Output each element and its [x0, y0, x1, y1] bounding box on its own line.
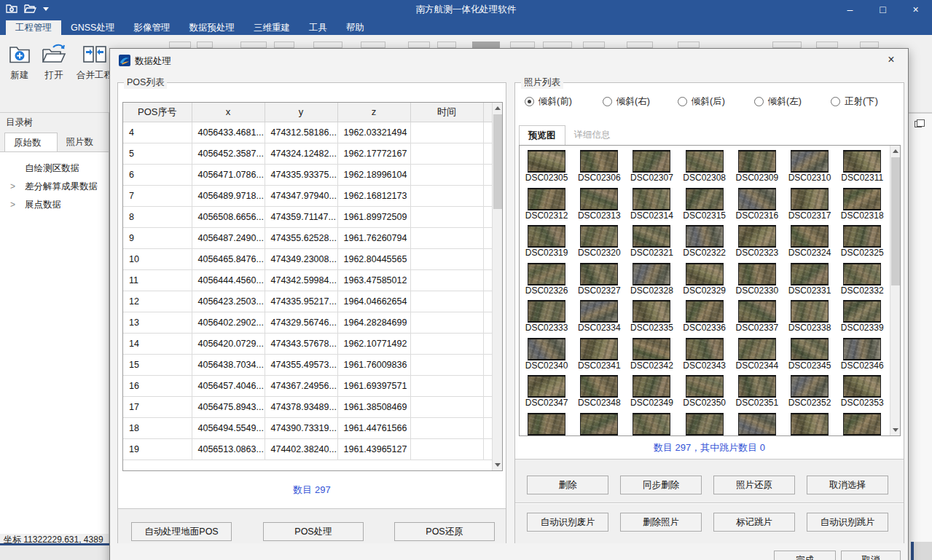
photo-restore-button[interactable]: 照片还原: [713, 476, 795, 494]
column-header[interactable]: 时间: [410, 103, 483, 122]
photo-item-partial[interactable]: [731, 409, 783, 436]
photo-thumbnail[interactable]: [580, 375, 618, 398]
photo-thumbnail[interactable]: [528, 188, 565, 210]
photo-thumbnail[interactable]: [528, 263, 565, 285]
photo-item-DSC02317[interactable]: DSC02317: [783, 184, 836, 221]
radio-倾斜(前)[interactable]: 倾斜(前): [525, 93, 572, 109]
photo-item-DSC02312[interactable]: DSC02312: [520, 184, 573, 221]
photo-item-DSC02310[interactable]: DSC02310: [783, 146, 836, 184]
radio-倾斜(左)[interactable]: 倾斜(左): [754, 93, 802, 109]
photo-thumbnail[interactable]: [791, 263, 829, 285]
photo-thumbnail[interactable]: [843, 225, 881, 248]
auto-process-ground-pos-button[interactable]: 自动处理地面POS: [131, 522, 232, 541]
photo-thumbnail[interactable]: [580, 225, 618, 248]
photo-thumbnail[interactable]: [843, 300, 881, 323]
scrollbar-thumb[interactable]: [493, 114, 502, 209]
photo-thumbnail[interactable]: [633, 225, 670, 248]
menu-tab-影像管理[interactable]: 影像管理: [124, 20, 179, 35]
photo-item-partial[interactable]: [520, 409, 573, 436]
photo-thumbnail[interactable]: [843, 263, 881, 285]
photo-item-DSC02319[interactable]: DSC02319: [520, 221, 573, 259]
photo-item-DSC02321[interactable]: DSC02321: [625, 221, 678, 259]
pos-process-button[interactable]: POS处理: [263, 522, 364, 541]
photo-thumbnail[interactable]: [580, 263, 618, 285]
photo-thumbnail[interactable]: [580, 413, 618, 435]
close-button[interactable]: ×: [899, 0, 932, 20]
photo-item-partial[interactable]: [836, 409, 888, 436]
photo-item-DSC02329[interactable]: DSC02329: [678, 259, 731, 296]
photo-item-DSC02314[interactable]: DSC02314: [625, 184, 678, 221]
auto-detect-bad-photos-button[interactable]: 自动识别废片: [527, 513, 608, 532]
photo-item-partial[interactable]: [783, 409, 836, 436]
radio-倾斜(后)[interactable]: 倾斜(后): [678, 93, 725, 109]
photo-thumbnail[interactable]: [738, 375, 776, 398]
photo-thumbnail[interactable]: [633, 413, 670, 435]
column-header[interactable]: x: [192, 103, 265, 122]
table-row[interactable]: 4 4056433.4681... 474312.58186... 1962.0…: [123, 122, 492, 143]
photo-item-DSC02333[interactable]: DSC02333: [520, 296, 573, 334]
photo-thumbnail[interactable]: [633, 150, 670, 173]
photo-thumbnail[interactable]: [686, 188, 724, 210]
photo-thumbnail[interactable]: [791, 413, 829, 435]
table-row[interactable]: 9 4056487.2490... 474355.62528... 1961.7…: [123, 227, 492, 248]
table-row[interactable]: 19 4056513.0863... 474402.38240... 1961.…: [123, 438, 492, 460]
tree-expander-icon[interactable]: >: [10, 196, 15, 214]
radio-正射(下)[interactable]: 正射(下): [831, 93, 878, 109]
tab-details[interactable]: 详细信息: [565, 125, 619, 145]
table-row[interactable]: 12 4056423.2503... 474335.95217... 1964.…: [123, 291, 492, 312]
column-header-filler[interactable]: [483, 103, 492, 122]
maximize-button[interactable]: □: [866, 0, 899, 20]
photo-item-DSC02353[interactable]: DSC02353: [836, 371, 888, 409]
photo-thumbnail[interactable]: [843, 413, 881, 435]
photo-thumbnail[interactable]: [686, 375, 724, 398]
photo-thumbnail[interactable]: [843, 150, 881, 173]
photo-item-DSC02331[interactable]: DSC02331: [783, 259, 836, 296]
more-commands-caret-icon[interactable]: [43, 7, 49, 11]
photo-item-DSC02335[interactable]: DSC02335: [625, 296, 678, 334]
photo-item-DSC02341[interactable]: DSC02341: [573, 334, 625, 371]
photo-item-DSC02337[interactable]: DSC02337: [731, 296, 783, 334]
photo-thumbnail[interactable]: [738, 263, 776, 285]
table-row[interactable]: 17 4056475.8943... 474378.93489... 1961.…: [123, 396, 492, 417]
photo-item-DSC02347[interactable]: DSC02347: [520, 371, 573, 409]
photo-thumbnail[interactable]: [843, 188, 881, 210]
photo-thumbnail[interactable]: [633, 300, 670, 323]
photo-thumbnail[interactable]: [686, 263, 724, 285]
delete-button[interactable]: 删除: [527, 476, 608, 494]
photo-thumbnail[interactable]: [686, 413, 724, 435]
cancel-button[interactable]: 取消: [841, 551, 901, 560]
photo-thumbnail[interactable]: [528, 150, 565, 173]
photo-thumbnail[interactable]: [843, 375, 881, 398]
photo-item-DSC02348[interactable]: DSC02348: [573, 371, 625, 409]
finish-button[interactable]: 完成: [774, 551, 836, 560]
photo-thumbnail[interactable]: [791, 300, 829, 323]
table-row[interactable]: 7 4056489.9718... 474347.97940... 1962.1…: [123, 185, 492, 206]
photo-thumbnail[interactable]: [528, 413, 565, 435]
tree-item[interactable]: > 展点数据: [0, 196, 109, 214]
photo-item-DSC02320[interactable]: DSC02320: [573, 221, 625, 259]
photo-thumbnail[interactable]: [738, 188, 776, 210]
photo-item-DSC02322[interactable]: DSC02322: [678, 221, 731, 259]
open-project-icon[interactable]: [24, 3, 36, 13]
delete-photos-button[interactable]: 删除照片: [620, 513, 702, 532]
table-row[interactable]: 18 4056494.5549... 474390.73319... 1961.…: [123, 417, 492, 438]
photo-thumbnail[interactable]: [791, 225, 829, 248]
tab-photo-data[interactable]: 照片数据: [58, 133, 109, 151]
photo-item-DSC02307[interactable]: DSC02307: [625, 146, 678, 184]
photo-thumbnail[interactable]: [633, 263, 670, 285]
photo-item-DSC02313[interactable]: DSC02313: [573, 184, 625, 221]
photo-thumbnail[interactable]: [633, 338, 670, 360]
photo-item-DSC02323[interactable]: DSC02323: [731, 221, 783, 259]
mark-skipped-button[interactable]: 标记跳片: [713, 513, 795, 532]
photo-item-DSC02327[interactable]: DSC02327: [573, 259, 625, 296]
photo-thumbnail[interactable]: [686, 225, 724, 248]
photo-item-DSC02349[interactable]: DSC02349: [625, 371, 678, 409]
table-row[interactable]: 8 4056508.6656... 474359.71147... 1961.8…: [123, 206, 492, 227]
photo-item-partial[interactable]: [678, 409, 731, 436]
cancel-selection-button[interactable]: 取消选择: [807, 476, 888, 494]
dialog-close-icon[interactable]: ×: [883, 52, 899, 68]
photo-thumbnail[interactable]: [791, 375, 829, 398]
column-header[interactable]: y: [265, 103, 337, 122]
photo-thumbnail[interactable]: [738, 338, 776, 360]
table-row[interactable]: 15 4056438.7034... 474355.49573... 1961.…: [123, 354, 492, 375]
